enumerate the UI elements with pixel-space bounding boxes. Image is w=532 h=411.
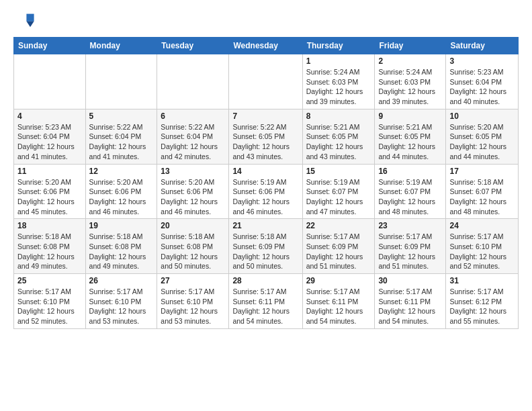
day-number: 22 [306,221,371,230]
weekday-thursday: Thursday [302,38,375,54]
day-info: Sunrise: 5:22 AM Sunset: 6:04 PM Dayligh… [161,122,225,162]
day-number: 3 [449,56,515,66]
week-row-2: 4Sunrise: 5:23 AM Sunset: 6:04 PM Daylig… [14,109,519,164]
weekday-sunday: Sunday [14,38,86,54]
day-number: 28 [232,276,298,285]
day-cell: 14Sunrise: 5:19 AM Sunset: 6:06 PM Dayli… [229,164,302,219]
day-cell: 18Sunrise: 5:18 AM Sunset: 6:08 PM Dayli… [14,219,86,274]
week-row-4: 18Sunrise: 5:18 AM Sunset: 6:08 PM Dayli… [14,219,519,274]
day-info: Sunrise: 5:20 AM Sunset: 6:06 PM Dayligh… [161,177,225,217]
day-cell: 22Sunrise: 5:17 AM Sunset: 6:09 PM Dayli… [302,219,375,274]
day-number: 2 [378,56,442,66]
day-info: Sunrise: 5:19 AM Sunset: 6:07 PM Dayligh… [306,177,371,217]
day-info: Sunrise: 5:20 AM Sunset: 6:05 PM Dayligh… [449,122,515,162]
day-cell: 10Sunrise: 5:20 AM Sunset: 6:05 PM Dayli… [446,109,519,164]
day-info: Sunrise: 5:23 AM Sunset: 6:04 PM Dayligh… [449,67,515,107]
day-info: Sunrise: 5:17 AM Sunset: 6:09 PM Dayligh… [306,232,371,271]
day-number: 15 [306,167,371,176]
day-info: Sunrise: 5:17 AM Sunset: 6:10 PM Dayligh… [449,232,515,271]
day-number: 24 [449,221,515,230]
day-cell: 7Sunrise: 5:22 AM Sunset: 6:05 PM Daylig… [229,109,302,164]
day-cell: 30Sunrise: 5:17 AM Sunset: 6:11 PM Dayli… [375,274,446,329]
day-number: 18 [17,221,82,230]
day-info: Sunrise: 5:20 AM Sunset: 6:06 PM Dayligh… [89,177,154,217]
day-info: Sunrise: 5:19 AM Sunset: 6:07 PM Dayligh… [378,177,442,217]
day-number: 4 [17,111,82,121]
day-cell: 25Sunrise: 5:17 AM Sunset: 6:10 PM Dayli… [14,274,86,329]
day-cell [14,54,86,109]
day-info: Sunrise: 5:18 AM Sunset: 6:08 PM Dayligh… [17,232,82,271]
day-cell: 28Sunrise: 5:17 AM Sunset: 6:11 PM Dayli… [229,274,302,329]
day-info: Sunrise: 5:18 AM Sunset: 6:09 PM Dayligh… [232,232,298,271]
day-cell: 20Sunrise: 5:18 AM Sunset: 6:08 PM Dayli… [157,219,229,274]
day-cell: 21Sunrise: 5:18 AM Sunset: 6:09 PM Dayli… [229,219,302,274]
day-number: 16 [378,167,442,176]
day-number: 25 [17,276,82,285]
day-cell: 13Sunrise: 5:20 AM Sunset: 6:06 PM Dayli… [157,164,229,219]
day-info: Sunrise: 5:24 AM Sunset: 6:03 PM Dayligh… [306,67,371,107]
day-number: 8 [306,111,371,121]
day-info: Sunrise: 5:18 AM Sunset: 6:08 PM Dayligh… [89,232,154,271]
day-cell: 31Sunrise: 5:17 AM Sunset: 6:12 PM Dayli… [446,274,519,329]
day-info: Sunrise: 5:22 AM Sunset: 6:04 PM Dayligh… [89,122,154,162]
day-info: Sunrise: 5:17 AM Sunset: 6:11 PM Dayligh… [378,287,442,326]
day-number: 14 [232,167,298,176]
day-info: Sunrise: 5:18 AM Sunset: 6:08 PM Dayligh… [161,232,225,271]
day-number: 29 [306,276,371,285]
day-cell: 1Sunrise: 5:24 AM Sunset: 6:03 PM Daylig… [302,54,375,109]
day-info: Sunrise: 5:17 AM Sunset: 6:10 PM Dayligh… [161,287,225,326]
day-number: 13 [161,167,225,176]
day-cell: 9Sunrise: 5:21 AM Sunset: 6:05 PM Daylig… [375,109,446,164]
day-number: 6 [161,111,225,121]
day-cell [85,54,157,109]
day-number: 31 [449,276,515,285]
day-number: 30 [378,276,442,285]
day-info: Sunrise: 5:23 AM Sunset: 6:04 PM Dayligh… [17,122,82,162]
day-cell: 16Sunrise: 5:19 AM Sunset: 6:07 PM Dayli… [375,164,446,219]
day-cell: 12Sunrise: 5:20 AM Sunset: 6:06 PM Dayli… [85,164,157,219]
day-info: Sunrise: 5:19 AM Sunset: 6:06 PM Dayligh… [232,177,298,217]
day-info: Sunrise: 5:20 AM Sunset: 6:06 PM Dayligh… [17,177,82,217]
day-info: Sunrise: 5:24 AM Sunset: 6:03 PM Dayligh… [378,67,442,107]
day-number: 20 [161,221,225,230]
day-number: 5 [89,111,154,121]
day-number: 19 [89,221,154,230]
day-number: 1 [306,56,371,66]
calendar-table: SundayMondayTuesdayWednesdayThursdayFrid… [13,37,519,329]
day-info: Sunrise: 5:22 AM Sunset: 6:05 PM Dayligh… [232,122,298,162]
day-cell: 6Sunrise: 5:22 AM Sunset: 6:04 PM Daylig… [157,109,229,164]
day-cell: 15Sunrise: 5:19 AM Sunset: 6:07 PM Dayli… [302,164,375,219]
day-number: 10 [449,111,515,121]
day-info: Sunrise: 5:17 AM Sunset: 6:10 PM Dayligh… [17,287,82,326]
weekday-tuesday: Tuesday [157,38,229,54]
week-row-5: 25Sunrise: 5:17 AM Sunset: 6:10 PM Dayli… [14,274,519,329]
day-info: Sunrise: 5:17 AM Sunset: 6:11 PM Dayligh… [232,287,298,326]
day-cell: 8Sunrise: 5:21 AM Sunset: 6:05 PM Daylig… [302,109,375,164]
day-cell: 5Sunrise: 5:22 AM Sunset: 6:04 PM Daylig… [85,109,157,164]
day-number: 21 [232,221,298,230]
day-info: Sunrise: 5:17 AM Sunset: 6:12 PM Dayligh… [449,287,515,326]
day-cell [229,54,302,109]
day-info: Sunrise: 5:17 AM Sunset: 6:11 PM Dayligh… [306,287,371,326]
weekday-friday: Friday [375,38,446,54]
calendar-body: 1Sunrise: 5:24 AM Sunset: 6:03 PM Daylig… [14,54,519,329]
day-cell [157,54,229,109]
day-info: Sunrise: 5:18 AM Sunset: 6:07 PM Dayligh… [449,177,515,217]
logo-icon [16,10,35,29]
day-cell: 27Sunrise: 5:17 AM Sunset: 6:10 PM Dayli… [157,274,229,329]
day-number: 12 [89,167,154,176]
day-cell: 11Sunrise: 5:20 AM Sunset: 6:06 PM Dayli… [14,164,86,219]
day-cell: 23Sunrise: 5:17 AM Sunset: 6:09 PM Dayli… [375,219,446,274]
day-cell: 3Sunrise: 5:23 AM Sunset: 6:04 PM Daylig… [446,54,519,109]
svg-marker-1 [26,21,34,27]
day-cell: 2Sunrise: 5:24 AM Sunset: 6:03 PM Daylig… [375,54,446,109]
day-number: 7 [232,111,298,121]
day-info: Sunrise: 5:17 AM Sunset: 6:09 PM Dayligh… [378,232,442,271]
weekday-saturday: Saturday [446,38,519,54]
day-cell: 29Sunrise: 5:17 AM Sunset: 6:11 PM Dayli… [302,274,375,329]
day-number: 26 [89,276,154,285]
weekday-header-row: SundayMondayTuesdayWednesdayThursdayFrid… [14,38,519,54]
day-info: Sunrise: 5:17 AM Sunset: 6:10 PM Dayligh… [89,287,154,326]
day-info: Sunrise: 5:21 AM Sunset: 6:05 PM Dayligh… [378,122,442,162]
day-cell: 19Sunrise: 5:18 AM Sunset: 6:08 PM Dayli… [85,219,157,274]
